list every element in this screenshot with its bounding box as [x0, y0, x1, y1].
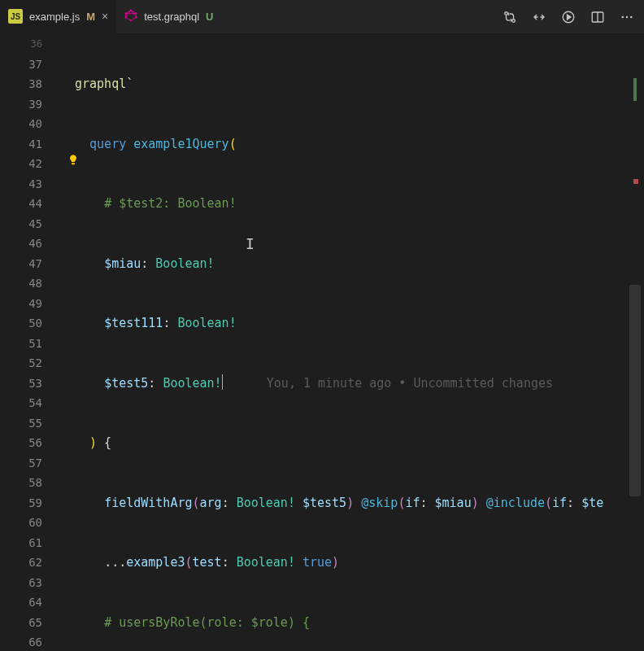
- svg-point-11: [626, 15, 629, 18]
- code-line: graphql`: [75, 74, 644, 94]
- more-actions-icon[interactable]: [620, 10, 634, 24]
- line-number: 53: [0, 374, 42, 394]
- editor-actions: [503, 10, 644, 24]
- line-number: 42: [0, 154, 42, 174]
- line-number: 56: [0, 433, 42, 453]
- line-number: 63: [0, 573, 42, 593]
- svg-point-1: [135, 12, 137, 14]
- tab-filename: example.js: [29, 11, 80, 23]
- line-number: 48: [0, 273, 42, 294]
- lightbulb-icon[interactable]: [67, 154, 80, 167]
- svg-point-4: [125, 16, 127, 18]
- js-file-icon: JS: [8, 9, 23, 24]
- line-number: 57: [0, 453, 42, 474]
- tab-test-graphql[interactable]: test.graphql U: [116, 0, 221, 34]
- code-line: $test111: Boolean!: [75, 313, 644, 334]
- line-number: 60: [0, 513, 42, 533]
- svg-point-0: [130, 9, 132, 11]
- line-number: 43: [0, 174, 42, 194]
- tab-bar: JS example.js M × test.graphql U: [0, 0, 644, 34]
- line-number: 47: [0, 254, 42, 274]
- code-line: # $test2: Boolean!: [75, 194, 644, 214]
- svg-point-7: [512, 19, 516, 22]
- line-number: 62: [0, 553, 42, 573]
- open-changes-icon[interactable]: [532, 10, 546, 24]
- untracked-badge: U: [206, 11, 213, 23]
- svg-point-10: [621, 15, 624, 18]
- line-number: 61: [0, 533, 42, 553]
- git-blame-annotation: You, 1 minute ago • Uncommitted changes: [267, 376, 553, 391]
- code-area[interactable]: graphql` query example1Query( # $test2: …: [60, 34, 644, 651]
- close-icon[interactable]: ×: [102, 10, 108, 23]
- code-line: $test5: Boolean! You, 1 minute ago • Unc…: [75, 374, 644, 394]
- graphql-file-icon: [124, 9, 137, 24]
- svg-point-6: [505, 11, 508, 15]
- code-line: $miau: Boolean!: [75, 254, 644, 274]
- line-number: 39: [0, 94, 42, 115]
- line-number: 46: [0, 234, 42, 254]
- line-number: 36: [0, 34, 42, 55]
- code-line: ) {: [75, 433, 644, 453]
- line-number-gutter: 3637383940414243444546474849505152535455…: [0, 34, 60, 651]
- line-number: 66: [0, 632, 42, 651]
- mouse-cursor-ibeam: I: [246, 235, 255, 252]
- line-number: 49: [0, 294, 42, 314]
- modified-badge: M: [86, 11, 95, 23]
- ruler-change-marker: [633, 78, 637, 101]
- run-icon[interactable]: [561, 10, 576, 24]
- code-line: ...example3(test: Boolean! true): [75, 553, 644, 573]
- svg-point-3: [130, 20, 132, 21]
- compare-changes-icon[interactable]: [503, 10, 517, 24]
- line-number: 44: [0, 194, 42, 214]
- tab-filename: test.graphql: [144, 11, 199, 23]
- line-number: 45: [0, 214, 42, 234]
- split-editor-icon[interactable]: [590, 10, 605, 24]
- line-number: 64: [0, 592, 42, 613]
- line-number: 40: [0, 114, 42, 134]
- line-number: 65: [0, 613, 42, 633]
- line-number: 41: [0, 134, 42, 155]
- line-number: 59: [0, 493, 42, 513]
- code-line: # usersByRole(role: $role) {: [75, 613, 644, 633]
- scrollbar-thumb[interactable]: [629, 285, 641, 496]
- line-number: 54: [0, 393, 42, 413]
- line-number: 37: [0, 55, 42, 75]
- line-number: 51: [0, 334, 42, 354]
- text-cursor: [222, 374, 223, 390]
- overview-ruler[interactable]: [629, 73, 641, 651]
- code-editor[interactable]: 3637383940414243444546474849505152535455…: [0, 34, 644, 651]
- line-number: 50: [0, 313, 42, 334]
- code-line: fieldWithArg(arg: Boolean! $test5) @skip…: [75, 493, 644, 513]
- ruler-error-marker: [633, 179, 638, 184]
- svg-point-5: [125, 12, 127, 14]
- line-number: 55: [0, 413, 42, 434]
- line-number: 38: [0, 74, 42, 94]
- line-number: 52: [0, 353, 42, 374]
- svg-point-12: [630, 15, 633, 18]
- svg-point-2: [135, 16, 137, 18]
- line-number: 58: [0, 473, 42, 493]
- tab-example-js[interactable]: JS example.js M ×: [0, 0, 116, 34]
- code-line: query example1Query(: [75, 134, 644, 155]
